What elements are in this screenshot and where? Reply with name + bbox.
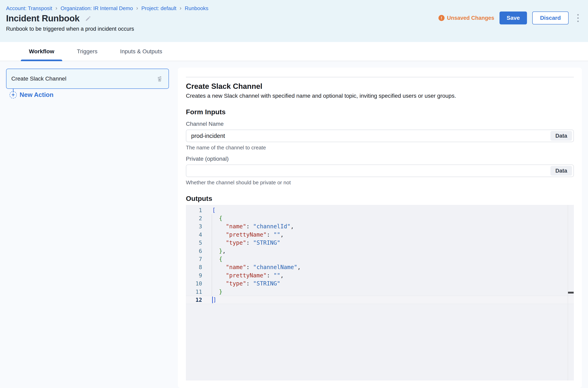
line-number: 9	[186, 272, 207, 279]
warning-icon: !	[438, 15, 445, 21]
code-line[interactable]: 9 "prettyName": "",	[186, 271, 574, 279]
code-line[interactable]: 2 {	[186, 214, 574, 222]
code-line[interactable]: 6 },	[186, 247, 574, 255]
code-line[interactable]: 8 "name": "channelName",	[186, 263, 574, 271]
tab-inputs-outputs[interactable]: Inputs & Outputs	[112, 42, 170, 61]
line-number: 7	[186, 256, 207, 262]
form-inputs-heading: Form Inputs	[186, 108, 574, 116]
channel-name-label: Channel Name	[186, 121, 574, 127]
delete-action-trash-icon[interactable]	[154, 73, 166, 85]
plus-icon: +	[9, 91, 17, 98]
panel-divider	[186, 77, 574, 77]
breadcrumb-separator: ›	[180, 5, 182, 12]
workflow-action-card[interactable]: Create Slack Channel	[6, 69, 169, 89]
line-number: 8	[186, 264, 207, 270]
breadcrumb: Account: Transposit › Organization: IR I…	[6, 5, 208, 12]
discard-button[interactable]: Discard	[532, 12, 569, 24]
save-button[interactable]: Save	[500, 12, 527, 24]
breadcrumb-separator: ›	[55, 5, 57, 12]
breadcrumb-runbooks-link[interactable]: Runbooks	[185, 5, 208, 12]
code-line[interactable]: 3 "name": "channelId",	[186, 222, 574, 231]
code-line[interactable]: 1[	[186, 206, 574, 214]
line-number: 10	[186, 280, 207, 287]
code-line[interactable]: 12]	[186, 296, 574, 304]
outputs-code-editor[interactable]: 1[2 {3 "name": "channelId",4 "prettyName…	[186, 205, 574, 381]
page-subtitle: Runbook to be triggered when a prod inci…	[6, 26, 134, 32]
code-line[interactable]: 11 }	[186, 288, 574, 296]
page-title: Incident Runbook	[6, 13, 80, 24]
breadcrumb-project-link[interactable]: Project: default	[141, 5, 176, 12]
unsaved-changes-label: Unsaved Changes	[447, 15, 494, 21]
code-line[interactable]: 7 {	[186, 255, 574, 263]
line-number: 3	[186, 223, 207, 230]
channel-name-input[interactable]	[186, 130, 574, 142]
breadcrumb-organization-link[interactable]: Organization: IR Internal Demo	[61, 5, 133, 12]
line-number: 2	[186, 215, 207, 221]
breadcrumb-account-link[interactable]: Account: Transposit	[6, 5, 52, 12]
action-detail-panel: Create Slack Channel Creates a new Slack…	[178, 68, 582, 388]
private-input[interactable]	[186, 165, 574, 177]
code-line[interactable]: 4 "prettyName": "",	[186, 231, 574, 239]
action-detail-description: Creates a new Slack channel with specifi…	[186, 93, 574, 99]
code-line[interactable]: 5 "type": "STRING"	[186, 239, 574, 247]
channel-name-helper: The name of the channel to create	[186, 145, 574, 151]
channel-name-data-button[interactable]: Data	[550, 131, 572, 141]
action-card-label: Create Slack Channel	[6, 75, 154, 82]
line-number: 6	[186, 248, 207, 254]
more-options-kebab-icon[interactable]	[574, 12, 582, 24]
line-number: 11	[186, 289, 207, 295]
editor-scrollbar-marker[interactable]	[568, 292, 574, 293]
edit-title-pencil-icon[interactable]	[85, 15, 92, 22]
private-data-button[interactable]: Data	[550, 166, 572, 176]
tab-triggers[interactable]: Triggers	[69, 42, 106, 61]
action-detail-title: Create Slack Channel	[186, 82, 574, 91]
private-label: Private (optional)	[186, 156, 574, 162]
outputs-heading: Outputs	[186, 194, 574, 202]
new-action-button[interactable]: + New Action	[9, 91, 53, 98]
tab-bar: Workflow Triggers Inputs & Outputs	[0, 42, 588, 61]
page-header: Account: Transposit › Organization: IR I…	[0, 0, 588, 42]
line-number: 5	[186, 240, 207, 246]
breadcrumb-separator: ›	[136, 5, 138, 12]
line-number: 4	[186, 232, 207, 238]
tab-workflow[interactable]: Workflow	[21, 42, 62, 61]
new-action-label: New Action	[20, 91, 53, 98]
text-cursor	[212, 296, 213, 303]
private-helper: Whether the channel should be private or…	[186, 179, 574, 186]
unsaved-changes-badge: ! Unsaved Changes	[438, 15, 494, 21]
code-line[interactable]: 10 "type": "STRING"	[186, 280, 574, 288]
line-number: 1	[186, 207, 207, 213]
line-number: 12	[186, 297, 207, 303]
